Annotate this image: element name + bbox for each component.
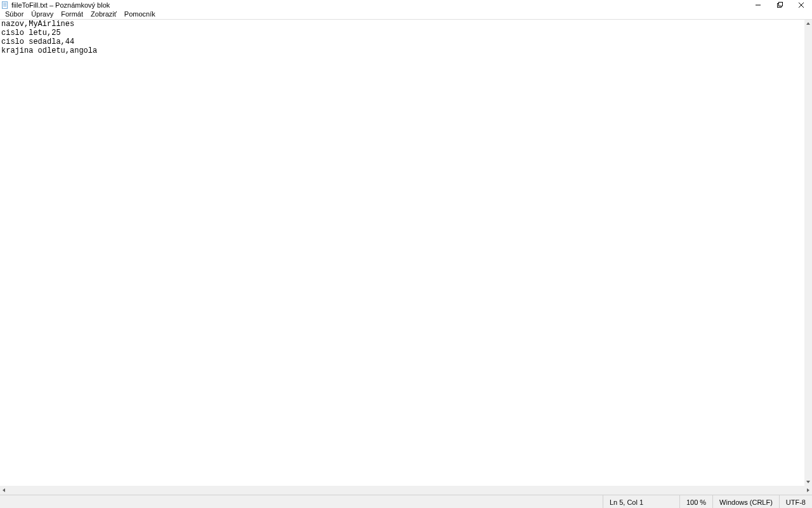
menu-help[interactable]: Pomocník	[121, 10, 159, 19]
status-encoding: UTF-8	[779, 495, 812, 508]
menu-format[interactable]: Formát	[57, 10, 87, 19]
menu-bar: Súbor Úpravy Formát Zobraziť Pomocník	[0, 10, 812, 20]
svg-marker-10	[806, 481, 810, 483]
vertical-scrollbar[interactable]	[804, 20, 812, 486]
svg-marker-11	[3, 488, 5, 492]
scroll-right-icon[interactable]	[804, 486, 812, 495]
scroll-up-icon[interactable]	[804, 20, 812, 27]
editor-area: nazov,MyAirlines cislo letu,25 cislo sed…	[0, 20, 812, 486]
minimize-button[interactable]	[747, 0, 769, 10]
status-position: Ln 5, Col 1	[603, 495, 679, 508]
title-bar: fiileToFill.txt – Poznámkový blok	[0, 0, 812, 10]
notepad-icon	[1, 1, 9, 9]
scroll-down-icon[interactable]	[804, 478, 812, 486]
svg-rect-0	[3, 1, 8, 8]
status-spacer	[0, 495, 603, 508]
svg-marker-9	[806, 22, 810, 25]
status-zoom: 100 %	[679, 495, 712, 508]
status-bar: Ln 5, Col 1 100 % Windows (CRLF) UTF-8	[0, 495, 812, 508]
title-bar-left: fiileToFill.txt – Poznámkový blok	[1, 1, 110, 9]
window-controls	[747, 0, 812, 10]
status-line-ending: Windows (CRLF)	[712, 495, 779, 508]
close-button[interactable]	[790, 0, 812, 10]
menu-edit[interactable]: Úpravy	[27, 10, 57, 19]
scroll-left-icon[interactable]	[0, 486, 8, 495]
horizontal-scrollbar[interactable]	[0, 486, 812, 495]
window-title: fiileToFill.txt – Poznámkový blok	[11, 1, 110, 9]
menu-view[interactable]: Zobraziť	[87, 10, 121, 19]
svg-rect-6	[779, 2, 783, 6]
maximize-button[interactable]	[769, 0, 790, 10]
svg-marker-12	[807, 488, 809, 492]
text-editor[interactable]: nazov,MyAirlines cislo letu,25 cislo sed…	[0, 20, 804, 486]
menu-file[interactable]: Súbor	[1, 10, 27, 19]
